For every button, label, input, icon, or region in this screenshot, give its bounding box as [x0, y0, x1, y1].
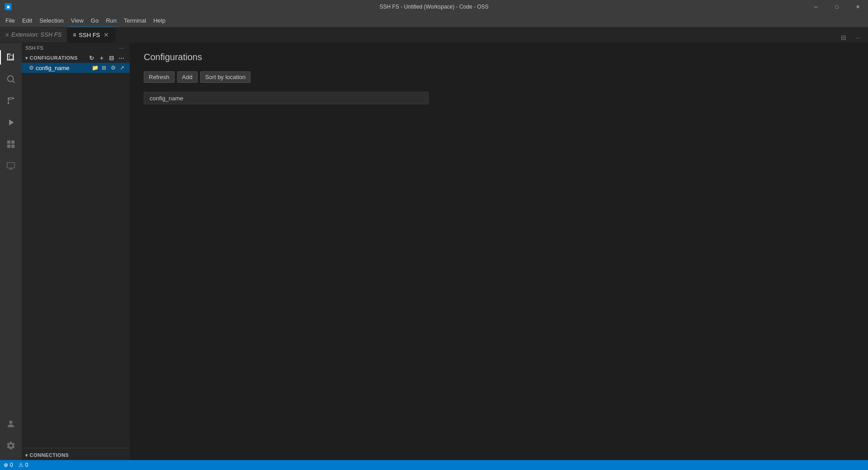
- tab-ssh-fs-icon: ≡: [73, 32, 76, 38]
- menu-help[interactable]: Help: [150, 15, 169, 26]
- refresh-configurations-button[interactable]: ↻: [87, 53, 96, 62]
- svg-rect-15: [7, 163, 15, 168]
- svg-point-18: [9, 421, 12, 424]
- activity-remote-explorer[interactable]: [0, 155, 22, 177]
- status-bar: ⊗ 0 ⚠ 0: [0, 460, 868, 470]
- svg-line-6: [13, 81, 14, 83]
- app-icon: ▣: [5, 3, 12, 10]
- config-item-config-name[interactable]: ⚙ config_name 📁 ⊞ ⚙ ↗: [22, 63, 130, 73]
- activity-bar: ⬡: [0, 43, 22, 460]
- maximize-button[interactable]: □: [826, 0, 847, 14]
- status-errors[interactable]: ⊗ 0: [4, 462, 13, 468]
- tab-extension-ssh-fs[interactable]: ≡ Extension: SSH FS: [0, 27, 67, 42]
- warning-count: 0: [25, 462, 28, 468]
- main-area: ⬡: [0, 43, 868, 460]
- connections-section-header[interactable]: ▾ CONNECTIONS: [22, 450, 130, 460]
- svg-rect-14: [11, 145, 14, 148]
- refresh-button[interactable]: Refresh: [144, 71, 175, 83]
- menu-run[interactable]: Run: [102, 15, 120, 26]
- connections-label: CONNECTIONS: [30, 452, 69, 458]
- error-icon: ⊗: [4, 462, 8, 468]
- menu-selection[interactable]: Selection: [36, 15, 67, 26]
- title-bar-left: ▣: [5, 3, 14, 10]
- svg-text:⬡: ⬡: [9, 54, 14, 61]
- config-list-item-name: config_name: [150, 95, 183, 102]
- error-count: 0: [10, 462, 13, 468]
- tab-bar: ≡ Extension: SSH FS ≡ SSH FS ✕ ⊟ ···: [0, 27, 868, 43]
- svg-rect-12: [11, 141, 14, 144]
- content-main: Configurations Refresh Add Sort by locat…: [130, 43, 868, 460]
- title-bar-controls: ─ □ ✕: [806, 0, 868, 14]
- close-button[interactable]: ✕: [847, 0, 868, 14]
- activity-search[interactable]: [0, 68, 22, 90]
- tab-extension-icon: ≡: [5, 32, 9, 38]
- activity-bar-bottom: [0, 413, 22, 456]
- activity-extensions[interactable]: [0, 133, 22, 155]
- sidebar-divider: [22, 448, 130, 448]
- menu-edit[interactable]: Edit: [19, 15, 36, 26]
- menu-terminal[interactable]: Terminal: [120, 15, 150, 26]
- config-list-item[interactable]: config_name: [144, 92, 429, 104]
- page-title: Configurations: [144, 52, 854, 62]
- sort-by-location-button[interactable]: Sort by location: [200, 71, 251, 83]
- disconnect-button[interactable]: ↗: [118, 64, 126, 72]
- activity-settings[interactable]: [0, 435, 22, 456]
- menu-bar: File Edit Selection View Go Run Terminal…: [0, 14, 868, 27]
- activity-accounts[interactable]: [0, 413, 22, 435]
- sidebar: SSH FS ··· ▾ CONFIGURATIONS ↻ + ⊟ ··· ⚙ …: [22, 43, 130, 460]
- edit-config-button[interactable]: ⚙: [109, 64, 117, 72]
- svg-rect-1: [7, 54, 8, 61]
- menu-file[interactable]: File: [2, 15, 19, 26]
- new-configuration-button[interactable]: +: [97, 53, 106, 62]
- button-row: Refresh Add Sort by location: [144, 71, 854, 83]
- svg-rect-11: [7, 141, 10, 144]
- status-warnings[interactable]: ⚠ 0: [19, 462, 28, 468]
- configurations-section: ▾ CONFIGURATIONS ↻ + ⊟ ··· ⚙ config_name…: [22, 53, 130, 73]
- title-bar: ▣ SSH FS - Untitled (Workspace) - Code -…: [0, 0, 868, 14]
- config-item-label: config_name: [36, 65, 89, 71]
- tab-extension-label: Extension: SSH FS: [11, 31, 61, 38]
- tab-ssh-fs-label: SSH FS: [79, 32, 100, 38]
- configurations-section-header[interactable]: ▾ CONFIGURATIONS ↻ + ⊟ ···: [22, 53, 130, 63]
- minimize-button[interactable]: ─: [806, 0, 826, 14]
- editor-more-actions-button[interactable]: ···: [852, 33, 864, 42]
- tab-ssh-fs[interactable]: ≡ SSH FS ✕: [67, 27, 116, 42]
- open-folder-button[interactable]: 📁: [91, 64, 99, 72]
- connections-section: ▾ CONNECTIONS: [22, 450, 130, 460]
- content-area: Configurations Refresh Add Sort by locat…: [130, 43, 868, 460]
- config-gear-icon: ⚙: [29, 65, 34, 71]
- configurations-actions: ↻ + ⊟ ···: [87, 53, 126, 62]
- activity-run-debug[interactable]: [0, 112, 22, 133]
- svg-marker-10: [9, 120, 14, 126]
- connections-chevron: ▾: [25, 453, 28, 458]
- menu-view[interactable]: View: [67, 15, 87, 26]
- window-title: SSH FS - Untitled (Workspace) - Code - O…: [379, 4, 488, 10]
- svg-point-7: [8, 103, 9, 104]
- add-button[interactable]: Add: [177, 71, 198, 83]
- menu-go[interactable]: Go: [87, 15, 102, 26]
- sidebar-panel-title: SSH FS: [25, 45, 43, 51]
- configurations-more-button[interactable]: ···: [117, 53, 126, 62]
- config-item-actions: 📁 ⊞ ⚙ ↗: [91, 64, 126, 72]
- svg-point-5: [8, 76, 14, 82]
- activity-source-control[interactable]: [0, 90, 22, 112]
- sidebar-panel-more-button[interactable]: ···: [117, 43, 126, 52]
- split-editor-button[interactable]: ⊟: [837, 33, 850, 42]
- sidebar-panel-header: SSH FS ···: [22, 43, 130, 53]
- configurations-chevron: ▾: [25, 56, 28, 61]
- collapse-all-button[interactable]: ⊟: [107, 53, 116, 62]
- svg-rect-13: [7, 145, 10, 148]
- tab-ssh-fs-close[interactable]: ✕: [103, 31, 110, 38]
- warning-icon: ⚠: [19, 462, 24, 468]
- new-terminal-button[interactable]: ⊞: [100, 64, 108, 72]
- configurations-label: CONFIGURATIONS: [30, 55, 78, 61]
- activity-explorer[interactable]: ⬡: [0, 47, 22, 68]
